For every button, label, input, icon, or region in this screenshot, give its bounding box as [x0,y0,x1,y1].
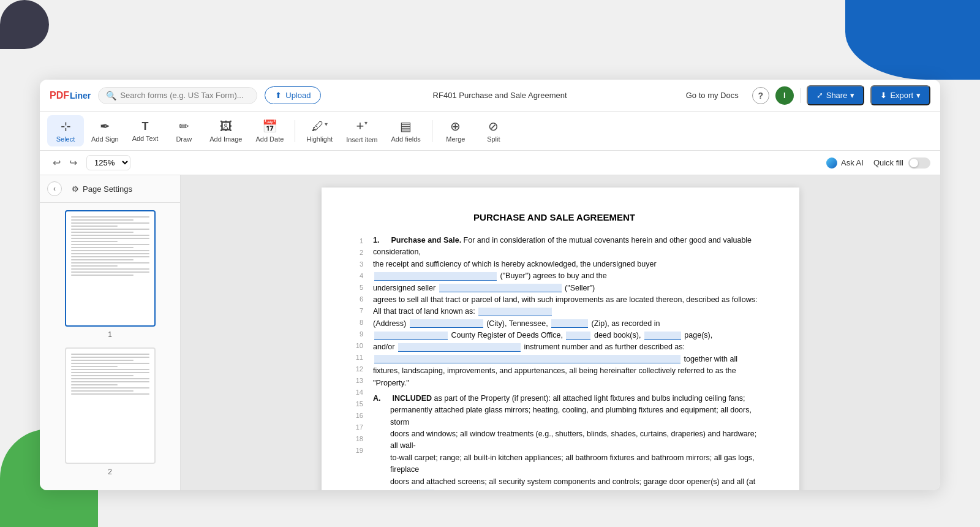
divider [800,88,801,103]
toolbar: ⊹ Select ✒ Add Sign T Add Text ✏ Draw 🖼 … [40,112,940,151]
page-image-2 [65,347,156,464]
tool-select[interactable]: ⊹ Select [47,115,84,146]
doc-line-14: doors and windows; all window treatments… [373,428,763,452]
tool-insert-item[interactable]: + ▾ Insert item [340,115,383,147]
tool-split[interactable]: ⊘ Split [475,115,512,146]
header-actions: Go to my Docs ? I ⤢ Share ▾ ⬇ Export ▾ [679,85,930,105]
doc-line-7: (Address) (City), Tennessee, (Zip), as r… [373,318,763,330]
insert-arrow: ▾ [364,119,368,126]
page-thumbnail-2[interactable]: 2 [47,347,173,476]
buyer-name-field[interactable] [374,272,497,281]
share-button[interactable]: ⤢ Share ▾ [807,85,865,105]
draw-icon: ✏ [179,119,189,134]
doc-line-4: undersigned seller ("Seller") [373,282,763,294]
go-to-docs-button[interactable]: Go to my Docs [679,87,746,104]
tool-add-date[interactable]: 📅 Add Date [249,115,290,146]
document-body: 1 2 3 4 5 6 7 8 9 10 11 12 13 14 [346,235,763,490]
doc-line-10: together with all [373,354,763,365]
page-field[interactable] [644,332,681,340]
insert-item-icon: + [356,118,364,134]
upload-button[interactable]: ⬆ Upload [265,86,321,104]
ai-icon [826,157,837,169]
sidebar: ‹ ⚙ Page Settings [40,175,181,490]
county-field[interactable] [374,332,448,340]
merge-icon: ⊕ [450,119,461,134]
document-page: PURCHASE AND SALE AGREEMENT 1 2 3 4 5 6 … [322,188,799,490]
tool-add-fields[interactable]: ▤ Add fields [385,115,427,146]
redo-button[interactable]: ↪ [66,156,80,170]
deed-book-field[interactable] [566,332,590,340]
sidebar-header: ‹ ⚙ Page Settings [40,175,180,203]
doc-line-8: County Register of Deeds Office, deed bo… [373,330,763,341]
search-bar[interactable]: 🔍 [98,87,257,104]
instrument-number-field[interactable] [398,343,521,352]
main-content: ‹ ⚙ Page Settings [40,175,940,490]
export-chevron: ▾ [916,91,921,100]
remote-controls-count-field[interactable] [410,490,434,490]
zoom-select[interactable]: 125% 75% 100% 150% 200% [86,155,130,170]
page-thumbnail-1[interactable]: 1 [47,210,173,339]
page-settings-icon: ⚙ [72,184,79,194]
tool-add-text[interactable]: T Add Text [126,116,165,146]
undo-redo-group: ↩ ↪ [50,156,80,170]
decoration-topright [845,0,980,80]
toolbar-divider-1 [295,120,295,142]
tool-add-image[interactable]: 🖼 Add Image [203,116,248,146]
document-heading: PURCHASE AND SALE AGREEMENT [346,212,763,222]
logo: PDFLiner [50,90,91,101]
sub-toolbar: ↩ ↪ 125% 75% 100% 150% 200% Ask AI Quick… [40,151,940,175]
zip-field[interactable] [551,319,588,328]
description-field[interactable] [374,355,680,363]
page-number-1: 1 [108,330,112,339]
export-button[interactable]: ⬇ Export ▾ [870,85,930,105]
doc-line-2: the receipt and sufficiency of which is … [373,259,763,270]
decoration-topleft [0,0,49,49]
quick-fill-toggle[interactable] [908,157,930,169]
doc-line-9: and/or instrument number and as further … [373,341,763,353]
document-text: 1. Purchase and Sale. For and in conside… [373,235,763,490]
highlight-icon: 🖊 [312,119,324,134]
tool-highlight[interactable]: 🖊 ▾ Highlight [300,116,339,146]
quick-fill-group: Quick fill [873,157,930,169]
share-icon: ⤢ [816,91,823,100]
add-sign-icon: ✒ [100,119,110,134]
tool-add-sign[interactable]: ✒ Add Sign [85,115,125,146]
doc-line-1: 1. Purchase and Sale. For and in conside… [373,235,763,259]
page-settings-button[interactable]: ⚙ Page Settings [67,182,137,196]
search-icon: 🔍 [106,91,116,100]
select-icon: ⊹ [61,119,71,134]
avatar[interactable]: I [775,86,794,105]
pages-container: 1 [40,203,180,490]
document-area[interactable]: PURCHASE AND SALE AGREEMENT 1 2 3 4 5 6 … [181,175,940,490]
export-icon: ⬇ [880,91,887,100]
seller-name-field[interactable] [439,284,562,292]
address-field[interactable] [410,319,483,328]
doc-line-16: doors and attached screens; all security… [373,476,763,491]
ask-ai-button[interactable]: Ask AI [826,157,864,169]
highlight-arrow: ▾ [325,121,328,127]
pdf-editor-app: PDFLiner 🔍 ⬆ Upload RF401 Purchase and S… [40,80,940,490]
add-image-icon: 🖼 [220,119,232,134]
search-input[interactable] [120,91,249,100]
collapse-sidebar-button[interactable]: ‹ [47,181,62,196]
line-numbers: 1 2 3 4 5 6 7 8 9 10 11 12 13 14 [346,235,363,490]
help-button[interactable]: ? [752,87,769,104]
split-icon: ⊘ [488,119,499,134]
doc-line-5: agrees to sell all that tract or parcel … [373,294,763,306]
doc-line-6: All that tract of land known as: [373,306,763,317]
add-fields-icon: ▤ [400,119,412,134]
doc-line-3: ("Buyer") agrees to buy and the [373,270,763,282]
upload-icon: ⬆ [275,91,282,100]
document-title: RF401 Purchase and Sale Agreement [328,91,671,100]
tool-merge[interactable]: ⊕ Merge [437,115,474,146]
add-text-icon: T [141,120,148,133]
doc-line-12: A. INCLUDED as part of the Property (if … [373,393,763,404]
doc-line-11: fixtures, landscaping, improvements, and… [373,365,763,389]
doc-line-13: permanently attached plate glass mirrors… [373,404,763,428]
tool-draw[interactable]: ✏ Draw [165,115,202,146]
toolbar-divider-2 [432,120,432,142]
land-known-as-field[interactable] [478,308,552,316]
undo-button[interactable]: ↩ [50,156,64,170]
ai-toggle-area: Ask AI Quick fill [826,157,930,169]
page-image-1 [65,210,156,327]
